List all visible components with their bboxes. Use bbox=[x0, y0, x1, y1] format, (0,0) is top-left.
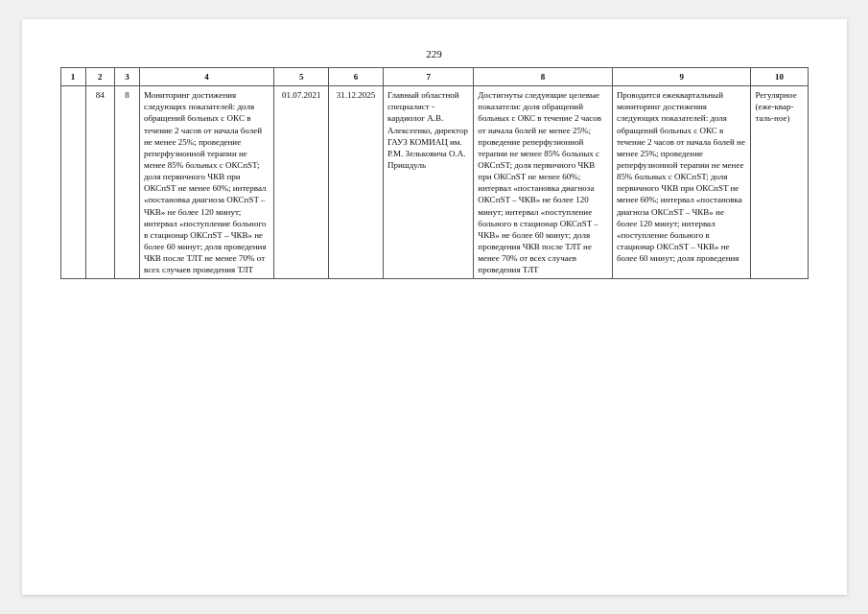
cell-col1 bbox=[60, 86, 85, 279]
main-table: 1 2 3 4 5 6 7 8 9 10 84 8 Мониторинг дос… bbox=[60, 67, 809, 279]
cell-col2: 84 bbox=[85, 86, 114, 279]
header-col5: 5 bbox=[274, 68, 329, 86]
header-col3: 3 bbox=[114, 68, 139, 86]
cell-col7: Главный областной специалист - кардиолог… bbox=[383, 86, 473, 279]
header-col10: 10 bbox=[751, 68, 808, 86]
header-col6: 6 bbox=[329, 68, 384, 86]
cell-col9: Проводится ежеквартальный мониторинг дос… bbox=[612, 86, 751, 279]
cell-col6: 31.12.2025 bbox=[329, 86, 384, 279]
header-col4: 4 bbox=[140, 68, 274, 86]
header-col1: 1 bbox=[60, 68, 85, 86]
cell-col3: 8 bbox=[114, 86, 139, 279]
header-col2: 2 bbox=[85, 68, 114, 86]
cell-col8: Достигнуты следующие целевые показатели:… bbox=[474, 86, 613, 279]
page: 229 1 2 3 4 5 6 7 8 9 10 84 8 Мониторинг… bbox=[22, 19, 847, 595]
cell-col5: 01.07.2021 bbox=[274, 86, 329, 279]
header-col7: 7 bbox=[383, 68, 473, 86]
table-row: 84 8 Мониторинг достижения следующих пок… bbox=[60, 86, 808, 279]
header-col8: 8 bbox=[474, 68, 613, 86]
cell-col4: Мониторинг достижения следующих показате… bbox=[140, 86, 274, 279]
cell-col10: Регулярное (еже-квар-таль-ное) bbox=[751, 86, 808, 279]
page-number: 229 bbox=[60, 48, 809, 59]
header-col9: 9 bbox=[612, 68, 751, 86]
